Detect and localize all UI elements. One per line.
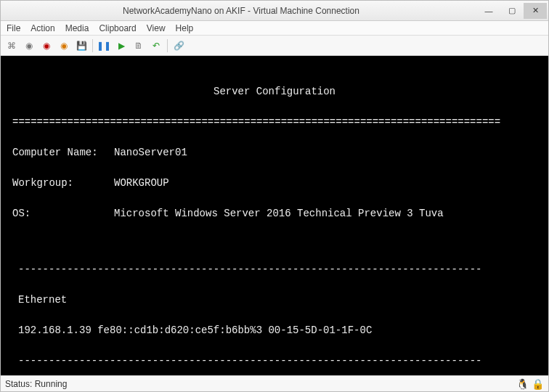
pause-icon[interactable]: ❚❚ [97,39,110,52]
os-row: OS:Microsoft Windows Server 2016 Technic… [12,206,537,221]
menu-view[interactable]: View [147,23,166,33]
titlebar: NetworkAcademyNano on AKIF - Virtual Mac… [1,1,548,21]
window-buttons: — ▢ ✕ [477,3,547,19]
menubar: File Action Media Clipboard View Help [1,21,548,36]
window-title: NetworkAcademyNano on AKIF - Virtual Mac… [5,6,477,16]
vm-console[interactable]: Server Configuration ===================… [1,56,548,375]
save-icon[interactable]: 💾 [75,39,88,52]
menu-action[interactable]: Action [30,23,54,33]
os-label: OS: [12,206,114,221]
workgroup-value: WORKGROUP [114,176,169,191]
toolbar-separator [92,39,93,52]
toolbar: ⌘ ◉ ◉ ◉ 💾 ❚❚ ▶ 🗎 ↶ 🔗 [1,36,548,56]
lock-icon: 🔒 [532,378,544,390]
checkpoint-icon[interactable]: 🗎 [132,39,145,52]
os-value: Microsoft Windows Server 2016 Technical … [114,206,444,221]
menu-file[interactable]: File [7,23,20,33]
status-text: Status: Running [5,379,67,389]
start-icon[interactable]: ◉ [23,39,36,52]
computer-value: NanoServer01 [114,145,187,160]
console-title: Server Configuration [12,84,537,99]
separator-dash-bottom: ----------------------------------------… [18,354,537,369]
reset-icon[interactable]: ▶ [115,39,128,52]
workgroup-row: Workgroup:WORKGROUP [12,176,537,191]
menu-clipboard[interactable]: Clipboard [99,23,136,33]
network-address: 192.168.1.39 fe80::cd1b:d620:ce5f:b6bb%3… [18,323,537,338]
ctl-alt-del-icon[interactable]: ⌘ [5,39,18,52]
menu-help[interactable]: Help [176,23,194,33]
toolbar-separator-2 [167,39,168,52]
computer-row: Computer Name:NanoServer01 [12,145,537,160]
network-label: Ethernet [18,293,537,308]
statusbar: Status: Running 🐧 🔒 [1,375,548,391]
separator-dash-top: ----------------------------------------… [18,262,537,277]
turnoff-icon[interactable]: ◉ [40,39,53,52]
computer-label: Computer Name: [12,145,114,160]
penguin-icon: 🐧 [516,378,529,390]
close-button[interactable]: ✕ [524,3,547,19]
workgroup-label: Workgroup: [12,176,114,191]
shutdown-icon[interactable]: ◉ [57,39,70,52]
menu-media[interactable]: Media [65,23,89,33]
separator-double: ========================================… [12,115,537,130]
minimize-button[interactable]: — [477,3,500,19]
revert-icon[interactable]: ↶ [150,39,163,52]
maximize-button[interactable]: ▢ [500,3,524,19]
share-icon[interactable]: 🔗 [172,39,185,52]
